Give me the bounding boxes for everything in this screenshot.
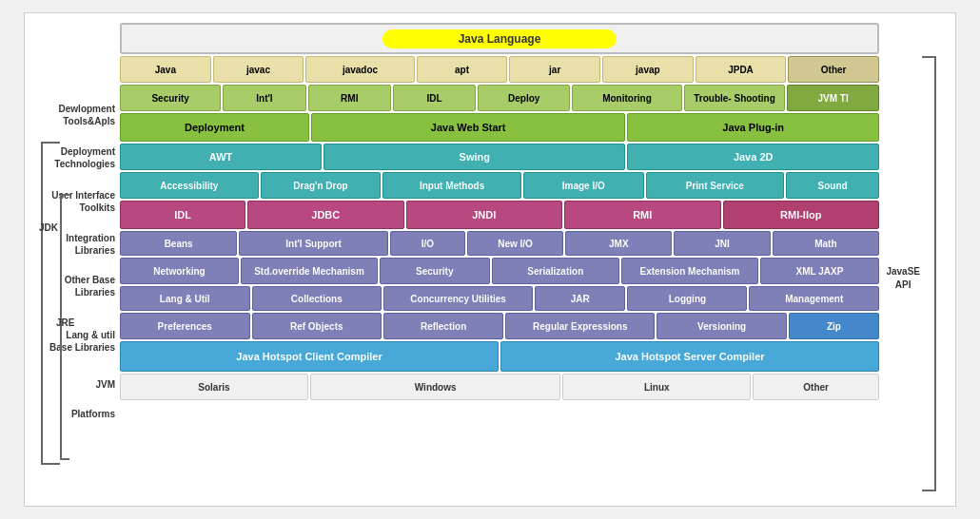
- cell-new-io: New I/O: [467, 231, 563, 256]
- cell-jvmti: JVM TI: [787, 85, 879, 111]
- integ-row: IDL JDBC JNDI RMI RMI-IIop: [120, 201, 879, 229]
- cell-jmx: JMX: [565, 231, 672, 256]
- cell-deploy: Deploy: [478, 85, 570, 111]
- cell-math: Math: [773, 231, 879, 256]
- base-row-2: Networking Std.override Mechanism Securi…: [120, 258, 879, 284]
- cell-intl-support: Int'l Support: [239, 231, 387, 256]
- cell-ref-objects: Ref Objects: [252, 313, 382, 339]
- lang-row-1: Lang & Util Collections Concurrency Util…: [120, 286, 879, 311]
- cell-troubleshoot: Trouble- Shooting: [684, 85, 785, 111]
- cell-preferences: Preferences: [120, 313, 250, 339]
- diagram-container: Dewlopment Tools&Apls DeploymentTechnolo…: [24, 12, 956, 507]
- cell-monitoring: Monitoring: [572, 85, 682, 111]
- jdk-bracket: [41, 142, 60, 465]
- cell-networking: Networking: [120, 258, 239, 284]
- cell-hotspot-server: Java Hotspot Server Compiler: [500, 341, 879, 372]
- cell-xml-jaxp: XML JAXP: [760, 258, 879, 284]
- jdk-label: JDK: [39, 222, 58, 233]
- cell-other-platform: Other: [753, 374, 879, 400]
- cell-zip: Zip: [789, 313, 879, 339]
- cell-swing: Swing: [323, 144, 625, 170]
- cell-io: I/O: [390, 231, 465, 256]
- dev-row-2: Security Int'l RMI IDL Deploy Monitoring…: [120, 85, 879, 111]
- cell-rmi: RMI: [308, 85, 391, 111]
- cell-deployment: Deployment: [120, 113, 309, 142]
- cell-jni: JNI: [674, 231, 770, 256]
- cell-java2d: Java 2D: [627, 144, 879, 170]
- cell-awt: AWT: [120, 144, 322, 170]
- base-row-1: Beans Int'l Support I/O New I/O JMX JNI …: [120, 231, 879, 256]
- cell-idl-integ: IDL: [120, 201, 245, 229]
- jse-bracket: [922, 56, 936, 491]
- cell-collections: Collections: [252, 286, 382, 311]
- lang-row-2: Preferences Ref Objects Reflection Regul…: [120, 313, 879, 339]
- cell-hotspot-client: Java Hotspot Client Compiler: [120, 341, 499, 372]
- cell-security-base: Security: [380, 258, 490, 284]
- cell-accessibility: Accessibility: [120, 172, 259, 199]
- cell-jdbc: JDBC: [247, 201, 404, 229]
- cell-solaris: Solaris: [120, 374, 308, 400]
- dev-row-1: Java javac javadoc apt jar javap JPDA Ot…: [120, 56, 879, 83]
- cell-java-plugin: Java Plug-in: [627, 113, 879, 142]
- cell-javac: javac: [213, 56, 304, 83]
- cell-reflection: Reflection: [383, 313, 503, 339]
- jvm-row: Java Hotspot Client Compiler Java Hotspo…: [120, 341, 879, 372]
- cell-imageio: Image I/O: [523, 172, 644, 199]
- cell-other-dev: Other: [788, 56, 879, 83]
- cell-jndi: JNDI: [406, 201, 563, 229]
- java-lang-label: Java Language: [382, 29, 617, 48]
- cell-java: Java: [120, 56, 211, 83]
- cell-jar-lang: JAR: [535, 286, 625, 311]
- platform-row: Solaris Windows Linux Other: [120, 374, 879, 400]
- ui-row-1: AWT Swing Java 2D: [120, 144, 879, 170]
- cell-javap: javap: [602, 56, 694, 83]
- cell-management: Management: [749, 286, 879, 311]
- cell-intl: Int'l: [223, 85, 305, 111]
- cell-rmi-integ: RMI: [564, 201, 721, 229]
- cell-dragndrop: Drag'n Drop: [261, 172, 382, 199]
- cell-apt: apt: [417, 56, 508, 83]
- cell-beans: Beans: [120, 231, 237, 256]
- cell-lang-util: Lang & Util: [120, 286, 250, 311]
- cell-javadoc: javadoc: [305, 56, 414, 83]
- cell-regex: Regular Expressions: [505, 313, 655, 339]
- cell-print-service: Print Service: [646, 172, 785, 199]
- cell-concurrency: Concurrency Utilities: [383, 286, 533, 311]
- cell-input-methods: Input Methods: [382, 172, 521, 199]
- cell-idl: IDL: [393, 85, 476, 111]
- label-dev-tools: Dewlopment Tools&Apls: [39, 87, 120, 143]
- cell-java-web-start: Java Web Start: [311, 113, 625, 142]
- cell-logging: Logging: [627, 286, 747, 311]
- cell-ext-mechanism: Extension Mechanism: [621, 258, 758, 284]
- cell-security: Security: [120, 85, 221, 111]
- cell-windows: Windows: [310, 374, 560, 400]
- cell-std-override: Std.override Mechanism: [241, 258, 378, 284]
- cell-serialization: Serialization: [492, 258, 619, 284]
- cell-versioning: Versioning: [657, 313, 787, 339]
- cell-rmi-iiop: RMI-IIop: [723, 201, 880, 229]
- jre-label: JRE: [56, 317, 74, 328]
- right-labels: JavaSEAPI: [879, 23, 941, 496]
- java-lang-row: Java Language: [120, 23, 879, 54]
- deploy-row: Deployment Java Web Start Java Plug-in: [120, 113, 879, 142]
- cell-jpda: JPDA: [696, 56, 787, 83]
- cell-linux: Linux: [562, 374, 751, 400]
- cell-jar: jar: [509, 56, 600, 83]
- cell-sound: Sound: [786, 172, 879, 199]
- ui-row-2: Accessibility Drag'n Drop Input Methods …: [120, 172, 879, 199]
- javase-label: JavaSEAPI: [886, 265, 920, 292]
- main-diagram: Java Language Java javac javadoc apt jar…: [120, 23, 879, 496]
